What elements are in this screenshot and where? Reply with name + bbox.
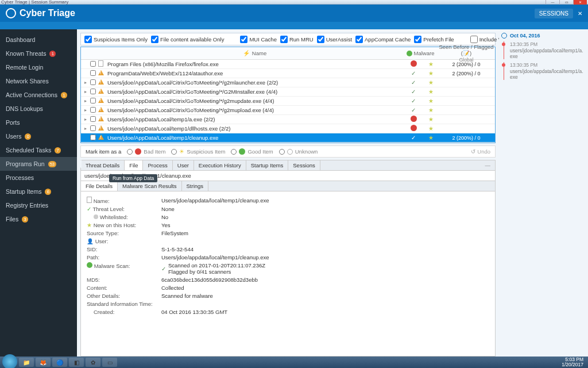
sidebar-item-known-threats[interactable]: Known Threats1 bbox=[0, 47, 77, 60]
close-button[interactable]: ✕ bbox=[573, 0, 587, 5]
table-row[interactable]: ▸Users/jdoe/AppData/Local/Citrix/GoToMee… bbox=[81, 97, 495, 106]
taskbar-firefox[interactable]: 🦊 bbox=[36, 358, 51, 367]
detail-key: Malware Scan: bbox=[87, 262, 161, 275]
mark-unknown[interactable]: Unknown bbox=[279, 148, 318, 155]
table-row[interactable]: ProgramData/WebEx/WebEx/1124/atauthor.ex… bbox=[81, 69, 495, 78]
taskbar-app1[interactable]: ◧ bbox=[69, 358, 84, 367]
subtab-strings[interactable]: Strings bbox=[182, 181, 209, 191]
filter-left-1[interactable]: File content available Only bbox=[151, 36, 224, 43]
expand-icon[interactable]: ▸ bbox=[84, 98, 90, 103]
undo-button[interactable]: ↺Undo bbox=[471, 148, 490, 155]
sidebar-item-remote-login[interactable]: Remote Login bbox=[0, 60, 77, 74]
sidebar-item-network-shares[interactable]: Network Shares bbox=[0, 74, 77, 88]
star-icon: ★ bbox=[424, 107, 438, 113]
star-icon: ★ bbox=[424, 79, 438, 86]
expand-icon[interactable]: ▸ bbox=[84, 117, 90, 122]
check-icon: ✓ bbox=[411, 107, 416, 113]
taskbar-app3[interactable]: ▭ bbox=[102, 358, 117, 367]
table-row[interactable]: ▸Users/jdoe/AppData/Local/temp1/dllhosts… bbox=[81, 124, 495, 133]
row-checkbox[interactable] bbox=[90, 79, 96, 85]
tab-execution-history[interactable]: Execution History bbox=[194, 160, 246, 170]
table-row[interactable]: ▸Users/jdoe/AppData/Local/temp1/a.exe (2… bbox=[81, 115, 495, 124]
subtab-file-details[interactable]: File Details bbox=[81, 181, 118, 191]
subtab-malware-scan-results[interactable]: Malware Scan Results bbox=[118, 181, 182, 191]
detail-value: 6ca036bdec136d055d692908b32d3ebb bbox=[161, 277, 489, 283]
filter-mid-4[interactable]: Prefetch File bbox=[414, 36, 454, 43]
row-checkbox[interactable] bbox=[90, 135, 96, 140]
sidebar-item-label: Programs Run bbox=[6, 160, 45, 167]
settings-icon[interactable]: ✕ bbox=[578, 10, 582, 17]
table-row[interactable]: Program Files (x86)/Mozilla Firefox/fire… bbox=[81, 60, 495, 69]
tab-process[interactable]: Process bbox=[143, 160, 172, 170]
brand: Cyber Triage bbox=[6, 8, 75, 18]
lightning-icon: ⚡ bbox=[243, 50, 250, 56]
sidebar-item-ports[interactable]: Ports bbox=[0, 116, 77, 129]
row-checkbox[interactable] bbox=[90, 89, 96, 94]
sidebar-item-scheduled-tasks[interactable]: Scheduled Tasks7 bbox=[0, 143, 77, 157]
file-icon bbox=[98, 60, 106, 68]
sidebar: DashboardKnown Threats1Remote LoginNetwo… bbox=[0, 29, 77, 356]
tab-user[interactable]: User bbox=[173, 160, 194, 170]
row-checkbox[interactable] bbox=[90, 107, 96, 113]
table-row[interactable]: Users/jdoe/AppData/Local/temp1/cleanup.e… bbox=[81, 133, 495, 143]
filter-left-0[interactable]: Suspicious Items Only bbox=[84, 36, 148, 43]
filter-mid-0[interactable]: MUI Cache bbox=[240, 36, 277, 43]
row-checkbox[interactable] bbox=[90, 98, 96, 103]
brand-text: Cyber Triage bbox=[20, 8, 75, 18]
filter-whitelist[interactable]: Include Whitelisted Items bbox=[470, 36, 499, 43]
col-malware[interactable]: Malware bbox=[414, 50, 435, 56]
sidebar-item-registry-entries[interactable]: Registry Entries bbox=[0, 198, 77, 212]
expand-icon[interactable]: ▸ bbox=[84, 126, 90, 131]
taskbar-explorer[interactable]: 📁 bbox=[19, 358, 34, 367]
table-row[interactable]: ▸Users/jdoe/AppData/Local/Citrix/GoToMee… bbox=[81, 87, 495, 97]
col-seen[interactable]: Seen Before / Flagged (📝)Global bbox=[438, 44, 495, 63]
sidebar-item-files[interactable]: Files3 bbox=[0, 212, 77, 226]
sidebar-item-processes[interactable]: Processes bbox=[0, 171, 77, 185]
timeline-event[interactable]: 13:30:35 PMusers/jdoe/appdata/local/temp… bbox=[504, 62, 586, 80]
taskbar-app2[interactable]: ✿ bbox=[86, 358, 100, 367]
logo-icon bbox=[6, 8, 16, 18]
system-clock[interactable]: 5:03 PM1/20/2017 bbox=[562, 357, 586, 368]
sidebar-item-active-connections[interactable]: Active Connections1 bbox=[0, 88, 77, 102]
row-checkbox[interactable] bbox=[90, 125, 96, 131]
expand-icon[interactable]: ▸ bbox=[84, 108, 90, 113]
table-row[interactable]: ▸Users/jdoe/AppData/Local/Citrix/GoToMee… bbox=[81, 78, 495, 87]
start-button[interactable] bbox=[2, 354, 17, 369]
detail-value: None bbox=[161, 206, 489, 212]
row-checkbox[interactable] bbox=[90, 70, 96, 76]
sidebar-item-startup-items[interactable]: Startup Items6 bbox=[0, 185, 77, 198]
filter-mid-2[interactable]: UserAssist bbox=[317, 36, 352, 43]
star-icon: ★ bbox=[87, 222, 92, 228]
warning-icon bbox=[98, 70, 106, 76]
tab-threat-details[interactable]: Threat Details bbox=[81, 160, 125, 170]
minimize-button[interactable]: — bbox=[546, 0, 559, 5]
malware-ok-icon bbox=[87, 262, 92, 268]
sidebar-item-dashboard[interactable]: Dashboard bbox=[0, 33, 77, 47]
tab-file[interactable]: File bbox=[125, 160, 143, 170]
sessions-button[interactable]: SESSIONS bbox=[535, 9, 573, 18]
sidebar-item-dns-lookups[interactable]: DNS Lookups bbox=[0, 102, 77, 116]
timeline-event[interactable]: 13:30:35 PMusers/jdoe/appdata/local/temp… bbox=[504, 41, 586, 59]
col-name[interactable]: Name bbox=[252, 50, 266, 56]
filter-mid-1[interactable]: Run MRU bbox=[280, 36, 314, 43]
maximize-button[interactable]: ▭ bbox=[559, 0, 573, 5]
mark-suspicious[interactable]: ☀Suspicious Item bbox=[171, 148, 225, 155]
mark-good[interactable]: Good Item bbox=[231, 148, 273, 155]
row-checkbox[interactable] bbox=[90, 61, 96, 67]
badge: 0 bbox=[25, 133, 31, 140]
tab-sessions[interactable]: Sessions bbox=[288, 160, 320, 170]
filter-mid-3[interactable]: AppCompat Cache bbox=[355, 36, 411, 43]
collapse-icon[interactable]: — bbox=[481, 160, 496, 170]
sidebar-item-programs-run[interactable]: Programs Run53 bbox=[0, 157, 77, 171]
mark-bad[interactable]: Bad Item bbox=[127, 148, 165, 155]
table-row[interactable]: ▸Users/jdoe/AppData/Local/Citrix/GoToMee… bbox=[81, 106, 495, 115]
detail-key: SID: bbox=[87, 246, 161, 252]
detail-value: FileSystem bbox=[161, 230, 489, 236]
expand-icon[interactable]: ▸ bbox=[84, 80, 90, 85]
taskbar-chrome[interactable]: 🔵 bbox=[52, 358, 67, 367]
sidebar-item-users[interactable]: Users0 bbox=[0, 129, 77, 143]
badge: 1 bbox=[61, 92, 67, 98]
row-checkbox[interactable] bbox=[90, 116, 96, 122]
tab-startup-items[interactable]: Startup Items bbox=[246, 160, 289, 170]
expand-icon[interactable]: ▸ bbox=[84, 89, 90, 94]
